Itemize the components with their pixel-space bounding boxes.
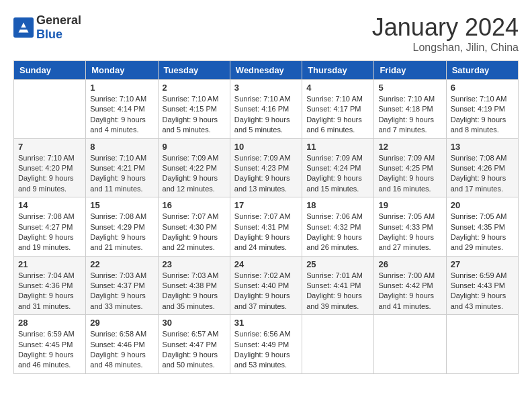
day-number: 5 [378, 83, 441, 93]
logo-general: General [36, 13, 81, 27]
day-number: 27 [451, 259, 514, 269]
title-block: January 2024 Longshan, Jilin, China [372, 13, 519, 54]
day-info: Sunrise: 6:57 AMSunset: 4:47 PMDaylight:… [163, 329, 226, 371]
day-info: Sunrise: 7:02 AMSunset: 4:40 PMDaylight:… [234, 271, 298, 312]
day-number: 11 [306, 142, 369, 152]
calendar-cell: 15Sunrise: 7:08 AMSunset: 4:29 PMDayligh… [86, 197, 158, 257]
calendar-cell: 10Sunrise: 7:09 AMSunset: 4:23 PMDayligh… [230, 138, 302, 197]
calendar-cell: 17Sunrise: 7:07 AMSunset: 4:31 PMDayligh… [230, 197, 302, 257]
day-number: 30 [163, 318, 226, 328]
calendar-cell: 9Sunrise: 7:09 AMSunset: 4:22 PMDaylight… [158, 138, 230, 197]
day-number: 3 [234, 83, 298, 93]
calendar-header-friday: Friday [374, 61, 446, 80]
day-info: Sunrise: 7:05 AMSunset: 4:35 PMDaylight:… [451, 212, 514, 253]
day-info: Sunrise: 7:10 AMSunset: 4:21 PMDaylight:… [90, 153, 153, 195]
logo-text: General Blue [36, 13, 81, 42]
calendar-header-monday: Monday [86, 61, 158, 80]
day-number: 23 [163, 259, 226, 269]
calendar-cell: 13Sunrise: 7:08 AMSunset: 4:26 PMDayligh… [446, 138, 518, 197]
calendar-week-1: 1Sunrise: 7:10 AMSunset: 4:14 PMDaylight… [14, 80, 519, 139]
calendar-cell: 14Sunrise: 7:08 AMSunset: 4:27 PMDayligh… [14, 197, 86, 257]
day-number: 17 [234, 200, 298, 210]
calendar-cell: 27Sunrise: 6:59 AMSunset: 4:43 PMDayligh… [446, 256, 518, 315]
day-info: Sunrise: 7:07 AMSunset: 4:30 PMDaylight:… [163, 212, 226, 253]
day-info: Sunrise: 7:07 AMSunset: 4:31 PMDaylight:… [234, 212, 298, 253]
day-info: Sunrise: 7:10 AMSunset: 4:18 PMDaylight:… [378, 94, 441, 136]
day-info: Sunrise: 7:05 AMSunset: 4:33 PMDaylight:… [378, 212, 441, 253]
logo-icon [13, 17, 34, 38]
day-info: Sunrise: 7:10 AMSunset: 4:15 PMDaylight:… [163, 94, 226, 136]
calendar-cell: 24Sunrise: 7:02 AMSunset: 4:40 PMDayligh… [230, 256, 302, 315]
calendar-table: SundayMondayTuesdayWednesdayThursdayFrid… [13, 60, 519, 374]
day-info: Sunrise: 7:10 AMSunset: 4:16 PMDaylight:… [234, 94, 298, 136]
day-number: 9 [163, 142, 226, 152]
day-number: 31 [234, 318, 298, 328]
calendar-header-wednesday: Wednesday [230, 61, 302, 80]
day-info: Sunrise: 7:08 AMSunset: 4:26 PMDaylight:… [451, 153, 514, 195]
day-info: Sunrise: 7:00 AMSunset: 4:42 PMDaylight:… [378, 271, 441, 312]
day-info: Sunrise: 7:10 AMSunset: 4:20 PMDaylight:… [18, 153, 81, 195]
calendar-cell [302, 315, 374, 374]
calendar-cell [446, 315, 518, 374]
month-title: January 2024 [372, 13, 519, 42]
location-title: Longshan, Jilin, China [372, 42, 519, 54]
day-number: 2 [163, 83, 226, 93]
day-info: Sunrise: 7:10 AMSunset: 4:14 PMDaylight:… [90, 94, 153, 136]
calendar-cell: 23Sunrise: 7:03 AMSunset: 4:38 PMDayligh… [158, 256, 230, 315]
calendar-cell: 29Sunrise: 6:58 AMSunset: 4:46 PMDayligh… [86, 315, 158, 374]
day-number: 6 [451, 83, 514, 93]
day-info: Sunrise: 7:01 AMSunset: 4:41 PMDaylight:… [306, 271, 369, 312]
calendar-cell: 7Sunrise: 7:10 AMSunset: 4:20 PMDaylight… [14, 138, 86, 197]
calendar-week-4: 21Sunrise: 7:04 AMSunset: 4:36 PMDayligh… [14, 256, 519, 315]
day-info: Sunrise: 7:09 AMSunset: 4:25 PMDaylight:… [378, 153, 441, 195]
day-info: Sunrise: 7:03 AMSunset: 4:37 PMDaylight:… [90, 271, 153, 312]
calendar-header-tuesday: Tuesday [158, 61, 230, 80]
calendar-week-3: 14Sunrise: 7:08 AMSunset: 4:27 PMDayligh… [14, 197, 519, 257]
day-number: 20 [451, 200, 514, 210]
day-info: Sunrise: 7:10 AMSunset: 4:19 PMDaylight:… [451, 94, 514, 136]
calendar-cell: 26Sunrise: 7:00 AMSunset: 4:42 PMDayligh… [374, 256, 446, 315]
day-number: 18 [306, 200, 369, 210]
day-number: 26 [378, 259, 441, 269]
day-number: 25 [306, 259, 369, 269]
day-number: 21 [18, 259, 81, 269]
calendar-cell: 30Sunrise: 6:57 AMSunset: 4:47 PMDayligh… [158, 315, 230, 374]
calendar-cell: 21Sunrise: 7:04 AMSunset: 4:36 PMDayligh… [14, 256, 86, 315]
calendar-cell: 28Sunrise: 6:59 AMSunset: 4:45 PMDayligh… [14, 315, 86, 374]
day-number: 28 [18, 318, 81, 328]
day-number: 19 [378, 200, 441, 210]
calendar-cell: 20Sunrise: 7:05 AMSunset: 4:35 PMDayligh… [446, 197, 518, 257]
calendar-header-sunday: Sunday [14, 61, 86, 80]
day-number: 29 [90, 318, 153, 328]
calendar-cell: 1Sunrise: 7:10 AMSunset: 4:14 PMDaylight… [86, 80, 158, 139]
day-number: 12 [378, 142, 441, 152]
day-info: Sunrise: 6:59 AMSunset: 4:45 PMDaylight:… [18, 329, 81, 371]
calendar-week-5: 28Sunrise: 6:59 AMSunset: 4:45 PMDayligh… [14, 315, 519, 374]
day-info: Sunrise: 6:56 AMSunset: 4:49 PMDaylight:… [234, 329, 298, 371]
calendar-header-row: SundayMondayTuesdayWednesdayThursdayFrid… [14, 61, 519, 80]
svg-rect-2 [19, 28, 28, 30]
calendar-cell: 2Sunrise: 7:10 AMSunset: 4:15 PMDaylight… [158, 80, 230, 139]
calendar-cell: 31Sunrise: 6:56 AMSunset: 4:49 PMDayligh… [230, 315, 302, 374]
day-number: 7 [18, 142, 81, 152]
calendar-cell: 6Sunrise: 7:10 AMSunset: 4:19 PMDaylight… [446, 80, 518, 139]
day-number: 22 [90, 259, 153, 269]
calendar-header-saturday: Saturday [446, 61, 518, 80]
day-number: 4 [306, 83, 369, 93]
calendar-cell: 12Sunrise: 7:09 AMSunset: 4:25 PMDayligh… [374, 138, 446, 197]
day-info: Sunrise: 6:58 AMSunset: 4:46 PMDaylight:… [90, 329, 153, 371]
calendar-week-2: 7Sunrise: 7:10 AMSunset: 4:20 PMDaylight… [14, 138, 519, 197]
day-number: 16 [163, 200, 226, 210]
calendar-header-thursday: Thursday [302, 61, 374, 80]
day-info: Sunrise: 7:10 AMSunset: 4:17 PMDaylight:… [306, 94, 369, 136]
day-number: 1 [90, 83, 153, 93]
calendar-cell: 11Sunrise: 7:09 AMSunset: 4:24 PMDayligh… [302, 138, 374, 197]
calendar-cell: 4Sunrise: 7:10 AMSunset: 4:17 PMDaylight… [302, 80, 374, 139]
calendar-cell: 22Sunrise: 7:03 AMSunset: 4:37 PMDayligh… [86, 256, 158, 315]
day-info: Sunrise: 7:09 AMSunset: 4:22 PMDaylight:… [163, 153, 226, 195]
day-number: 14 [18, 200, 81, 210]
calendar-cell: 19Sunrise: 7:05 AMSunset: 4:33 PMDayligh… [374, 197, 446, 257]
day-info: Sunrise: 7:03 AMSunset: 4:38 PMDaylight:… [163, 271, 226, 312]
day-info: Sunrise: 7:09 AMSunset: 4:24 PMDaylight:… [306, 153, 369, 195]
day-number: 15 [90, 200, 153, 210]
